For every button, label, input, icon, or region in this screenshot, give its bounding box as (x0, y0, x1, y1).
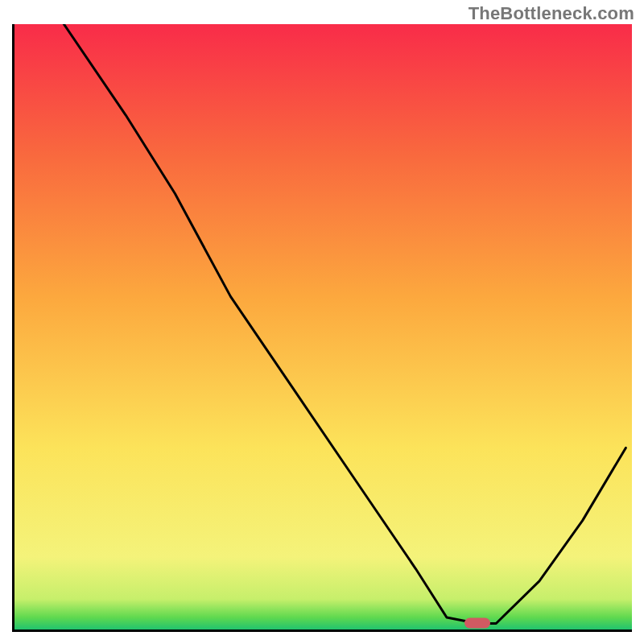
plot-area (12, 24, 632, 632)
chart-container: TheBottleneck.com (0, 0, 644, 644)
watermark-text: TheBottleneck.com (469, 3, 634, 24)
svg-rect-0 (14, 24, 632, 630)
optimal-marker (464, 618, 490, 629)
curve-chart-svg (14, 24, 632, 630)
